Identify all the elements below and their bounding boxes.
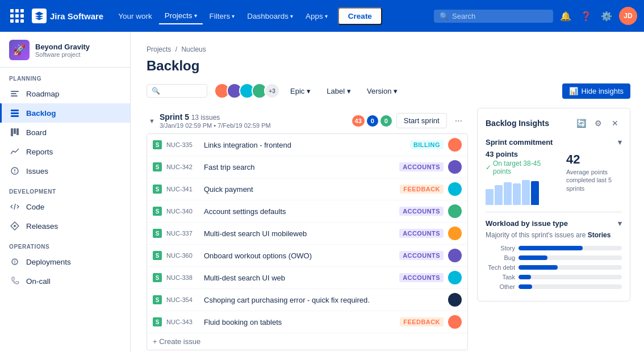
hide-insights-button[interactable]: 📊 Hide insights [562, 83, 630, 99]
nav-apps[interactable]: Apps ▾ [300, 9, 333, 24]
chart-bar-4 [513, 183, 521, 205]
sidebar-item-roadmap[interactable]: Roadmap [0, 84, 130, 103]
issue-avatar [448, 160, 462, 174]
svg-line-12 [14, 204, 15, 209]
deployments-icon [9, 256, 20, 267]
nav-your-work[interactable]: Your work [112, 9, 158, 24]
issue-type-icon: S [153, 251, 162, 260]
sidebar-item-on-call[interactable]: On-call [0, 271, 130, 291]
issue-summary: Fast trip search [204, 163, 395, 171]
sidebar-item-reports[interactable]: Reports [0, 142, 130, 161]
table-row[interactable]: S NUC-360 Onboard workout options (OWO) … [147, 245, 467, 267]
on-call-icon [9, 275, 20, 287]
workload-row-other: Other [486, 283, 622, 290]
issue-type-icon: S [153, 140, 162, 149]
search-input[interactable] [452, 12, 547, 20]
table-row[interactable]: S NUC-343 Fluid booking on tablets FEEDB… [147, 311, 467, 333]
backlog-label: Backlog [26, 109, 56, 118]
chart-bars [486, 180, 559, 205]
workload-bar-fill-techdebt [518, 265, 558, 270]
sprint5-dates: 3/Jan/19 02:59 PM • 7/Feb/19 02:59 PM [160, 122, 271, 129]
start-sprint-button[interactable]: Start sprint [396, 113, 447, 128]
avg-points-label: Average points completed last 5 sprints [566, 168, 622, 192]
sprint5-badges: 43 0 0 [352, 115, 392, 127]
svg-rect-6 [11, 128, 13, 136]
sidebar-item-board[interactable]: Board [0, 123, 130, 142]
table-row[interactable]: S NUC-338 Multi-dest search UI web ACCOU… [147, 267, 467, 289]
jira-logo[interactable]: Jira Software [32, 9, 103, 23]
sprint5-more-button[interactable]: ··· [451, 114, 466, 128]
avg-points-value: 42 [566, 152, 622, 167]
sidebar-item-backlog[interactable]: Backlog [0, 103, 130, 123]
breadcrumb-separator: / [175, 45, 177, 53]
table-row[interactable]: S NUC-340 Account settings defaults ACCO… [147, 200, 467, 223]
search-issues-input[interactable] [162, 87, 202, 95]
create-issue-button[interactable]: + Create issue [147, 333, 467, 350]
settings-icon[interactable]: ⚙️ [599, 8, 614, 24]
svg-rect-3 [11, 110, 19, 111]
assignee-filter[interactable]: +3 [214, 83, 280, 99]
table-row[interactable]: S NUC-342 Fast trip search ACCOUNTS [147, 156, 467, 178]
apps-grid-icon[interactable] [7, 6, 27, 26]
board-icon [9, 127, 20, 138]
table-row[interactable]: S NUC-335 Links integration - frontend B… [147, 134, 467, 156]
sprint5-name: Sprint 5 [160, 112, 189, 121]
table-row[interactable]: S NUC-354 Cshoping cart purchasing error… [147, 289, 467, 311]
sprint5-header[interactable]: ▼ Sprint 5 13 issues 3/Jan/19 02:59 PM •… [147, 108, 468, 133]
releases-label: Releases [26, 222, 58, 231]
breadcrumb-projects[interactable]: Projects [147, 45, 171, 53]
insights-refresh-icon[interactable]: 🔄 [574, 116, 588, 130]
sidebar-item-deployments[interactable]: Deployments [0, 252, 130, 271]
workload-subtitle: Majority of this sprint's issues are Sto… [486, 231, 622, 239]
nav-projects[interactable]: Projects ▾ [159, 8, 203, 24]
sidebar-project[interactable]: 🚀 Beyond Gravity Software project [0, 32, 130, 68]
projects-chevron: ▾ [194, 12, 197, 19]
development-section-label: DEVELOPMENT [0, 181, 130, 197]
backlog-icon [9, 107, 20, 119]
avatar-overflow[interactable]: +3 [264, 83, 280, 99]
nav-dashboards[interactable]: Dashboards ▾ [241, 9, 299, 24]
table-row[interactable]: S NUC-341 Quick payment FEEDBACK [147, 178, 467, 200]
create-button[interactable]: Create [338, 7, 382, 25]
notifications-icon[interactable]: 🔔 [558, 8, 574, 24]
sprint5-section: ▼ Sprint 5 13 issues 3/Jan/19 02:59 PM •… [147, 108, 468, 350]
workload-bar-bg-other [518, 284, 622, 289]
issue-type-icon: S [153, 317, 162, 326]
workload-bar-bg-story [518, 246, 622, 250]
insights-close-icon[interactable]: ✕ [608, 116, 622, 130]
issue-summary: Quick payment [204, 185, 395, 194]
nav-filters[interactable]: Filters ▾ [204, 9, 241, 24]
insights-settings-icon[interactable]: ⚙ [591, 116, 605, 130]
top-navigation: Jira Software Your work Projects ▾ Filte… [0, 0, 644, 32]
issue-avatar [448, 315, 462, 329]
svg-rect-0 [11, 91, 19, 92]
insights-divider [486, 212, 622, 212]
help-icon[interactable]: ❓ [578, 8, 594, 24]
sidebar-item-code[interactable]: Code [0, 197, 130, 216]
filters-chevron: ▾ [232, 13, 235, 19]
top-nav-items: Your work Projects ▾ Filters ▾ Dashboard… [112, 8, 333, 24]
issue-avatar [448, 271, 462, 284]
sidebar-item-releases[interactable]: Releases [0, 216, 130, 236]
code-label: Code [26, 203, 44, 211]
releases-icon [9, 220, 20, 232]
workload-bar-bg-techdebt [518, 265, 622, 270]
sidebar: 🚀 Beyond Gravity Software project PLANNI… [0, 32, 131, 352]
insights-title: Backlog Insights [486, 119, 571, 128]
epic-filter[interactable]: Epic ▾ [285, 84, 316, 98]
search-issues-box[interactable]: 🔍 [147, 84, 207, 98]
issue-avatar [448, 138, 462, 152]
workload-label-story: Story [486, 245, 515, 252]
table-row[interactable]: S NUC-337 Multi-dest search UI mobileweb… [147, 223, 467, 245]
issue-label: ACCOUNTS [399, 207, 444, 216]
version-filter[interactable]: Version ▾ [361, 84, 403, 98]
user-avatar[interactable]: JD [619, 7, 637, 25]
search-icon: 🔍 [440, 12, 449, 20]
sidebar-item-issues[interactable]: Issues [0, 161, 130, 181]
label-filter[interactable]: Label ▾ [321, 84, 357, 98]
roadmap-icon [9, 88, 20, 99]
planning-section-label: PLANNING [0, 68, 130, 84]
sprint5-issue-list: S NUC-335 Links integration - frontend B… [147, 133, 468, 350]
search-box[interactable]: 🔍 [434, 10, 553, 23]
breadcrumb-project[interactable]: Nucleus [181, 45, 206, 53]
